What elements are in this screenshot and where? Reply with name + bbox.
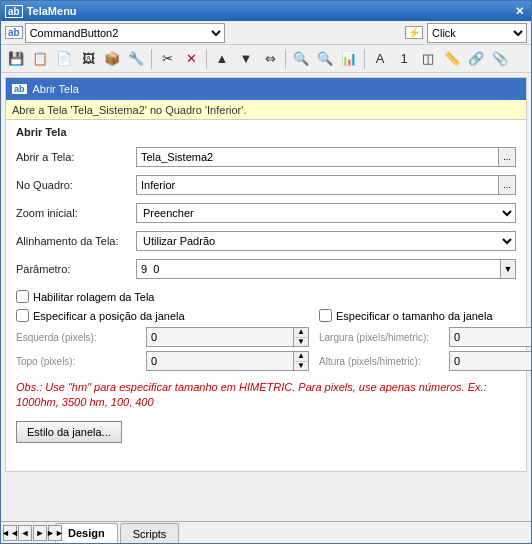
altura-row: Altura (pixels/himetric): ▲ ▼ [319,350,532,372]
nav-prev-button[interactable]: ◄ [18,525,32,541]
quadro-row: No Quadro: ... [16,172,516,198]
action-desc-text: Abre a Tela 'Tela_Sistema2' no Quadro 'I… [12,104,246,116]
esquerda-spinner: ▲ ▼ [146,327,309,347]
window-title: TelaMenu [27,5,77,17]
rolagem-row: Habilitar rolagem da Tela [6,286,526,307]
largura-input[interactable] [449,327,532,347]
topo-spin-up[interactable]: ▲ [294,352,308,361]
nav-next-button[interactable]: ► [33,525,47,541]
form-grid: Abrir a Tela: ... No Quadro: ... [6,142,526,286]
abrir-tela-label: Abrir a Tela: [16,151,136,163]
param-input[interactable] [136,259,500,279]
zoom-row: Zoom inicial: PreencherOriginalAjustar [16,200,516,226]
close-button[interactable]: ✕ [512,5,527,18]
toolbar-row2: 💾 📋 📄 🖼 📦 🔧 ✂ ✕ ▲ ▼ ⇔ 🔍 🔍 📊 A 1 ◫ 📏 🔗 📎 [1,45,531,73]
zoom-label: Zoom inicial: [16,207,136,219]
settings-button[interactable]: 🔧 [125,48,147,70]
altura-spinner: ▲ ▼ [449,351,532,371]
search2-button[interactable]: 🔍 [314,48,336,70]
delete-button[interactable]: ✕ [180,48,202,70]
tab-scripts-label: Scripts [133,528,167,540]
param-input-group: ▼ [136,259,516,279]
largura-spinner: ▲ ▼ [449,327,532,347]
style-window-button[interactable]: Estilo da janela... [16,421,122,443]
alinha-label: Alinhamento da Tela: [16,235,136,247]
measure-button[interactable]: 📏 [441,48,463,70]
posicao-col: Especificar a posição da janela Esquerda… [16,309,309,374]
toolbar-separator3 [285,49,286,69]
save-button[interactable]: 💾 [5,48,27,70]
abrir-tela-row: Abrir a Tela: ... [16,144,516,170]
rolagem-label: Habilitar rolagem da Tela [33,291,154,303]
toolbar-row1: ab CommandButton2 ⚡ Click [1,21,531,45]
nav-first-button[interactable]: ◄◄ [3,525,17,541]
link-button[interactable]: 🔗 [465,48,487,70]
rolagem-checkbox[interactable] [16,290,29,303]
param-dropdown-btn[interactable]: ▼ [500,259,516,279]
two-col-section: Especificar a posição da janela Esquerda… [6,307,526,376]
esquerda-row: Esquerda (pixels): ▲ ▼ [16,326,309,348]
obs-text: Obs.: Use "hm" para especificar tamanho … [6,376,526,415]
esquerda-label: Esquerda (pixels): [16,332,146,343]
event-icon: ⚡ [405,26,423,39]
topo-spin-dn[interactable]: ▼ [294,361,308,370]
text-button[interactable]: A [369,48,391,70]
section-title: Abrir Tela [6,120,526,142]
alinha-select[interactable]: Utilizar PadrãoCentroEsquerdaDireita [136,231,516,251]
altura-input[interactable] [449,351,532,371]
toolbar-separator [151,49,152,69]
window-icon: ab [5,5,23,18]
title-bar: ab TelaMenu ✕ [1,1,531,21]
move-down-button[interactable]: ▼ [235,48,257,70]
swap-button[interactable]: ⇔ [259,48,281,70]
align-button[interactable]: ◫ [417,48,439,70]
copy-button[interactable]: 📋 [29,48,51,70]
nav-last-button[interactable]: ►► [48,525,62,541]
tab-design[interactable]: Design [55,523,118,543]
component-selector[interactable]: CommandButton2 [25,23,225,43]
tab-scripts[interactable]: Scripts [120,523,180,543]
param-row: Parâmetro: ▼ [16,256,516,282]
largura-row: Largura (pixels/himetric): ▲ ▼ [319,326,532,348]
esquerda-input[interactable] [146,327,293,347]
cut-button[interactable]: ✂ [156,48,178,70]
action-label: Abrir Tela [33,83,79,95]
attach-button[interactable]: 📎 [489,48,511,70]
component-icon: ab [5,26,23,39]
tamanho-checkbox-row: Especificar o tamanho da janela [319,309,532,326]
largura-label: Largura (pixels/himetric): [319,332,449,343]
topo-label: Topo (pixels): [16,356,146,367]
chart-button[interactable]: 📊 [338,48,360,70]
esquerda-spin-dn[interactable]: ▼ [294,337,308,346]
topo-input[interactable] [146,351,293,371]
package-button[interactable]: 📦 [101,48,123,70]
abrir-tela-input[interactable] [136,147,498,167]
topo-row: Topo (pixels): ▲ ▼ [16,350,309,372]
altura-label: Altura (pixels/himetric): [319,356,449,367]
zoom-select[interactable]: PreencherOriginalAjustar [136,203,516,223]
tab-design-label: Design [68,527,105,539]
number-button[interactable]: 1 [393,48,415,70]
alinha-row: Alinhamento da Tela: Utilizar PadrãoCent… [16,228,516,254]
tamanho-label: Especificar o tamanho da janela [336,310,493,322]
quadro-input[interactable] [136,175,498,195]
esquerda-spin-up[interactable]: ▲ [294,328,308,337]
topo-spinner-btns: ▲ ▼ [293,351,309,371]
search1-button[interactable]: 🔍 [290,48,312,70]
event-selector[interactable]: Click [427,23,527,43]
abrir-tela-browse-btn[interactable]: ... [498,147,516,167]
move-up-button[interactable]: ▲ [211,48,233,70]
action-icon: ab [12,84,27,94]
action-header: ab Abrir Tela [6,78,526,100]
toolbar-separator2 [206,49,207,69]
tamanho-checkbox[interactable] [319,309,332,322]
quadro-label: No Quadro: [16,179,136,191]
obs-text1: Obs.: Use [16,381,68,393]
quadro-input-group: ... [136,175,516,195]
topo-spinner: ▲ ▼ [146,351,309,371]
quadro-browse-btn[interactable]: ... [498,175,516,195]
new-button[interactable]: 📄 [53,48,75,70]
posicao-checkbox[interactable] [16,309,29,322]
image-button[interactable]: 🖼 [77,48,99,70]
abrir-tela-input-group: ... [136,147,516,167]
